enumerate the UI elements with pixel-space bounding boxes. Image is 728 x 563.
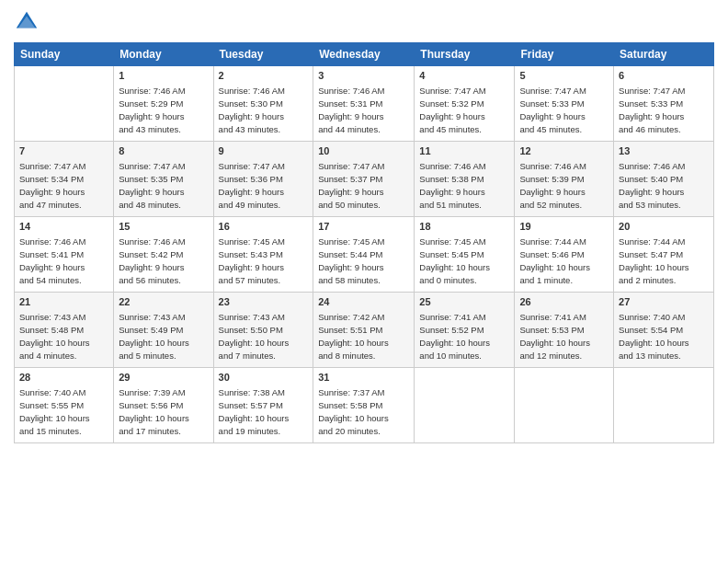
day-cell: 5Sunrise: 7:47 AMSunset: 5:33 PMDaylight… <box>515 66 614 142</box>
day-cell: 22Sunrise: 7:43 AMSunset: 5:49 PMDayligh… <box>114 293 213 368</box>
day-info: Sunrise: 7:47 AMSunset: 5:32 PMDaylight:… <box>419 86 485 134</box>
day-info: Sunrise: 7:41 AMSunset: 5:53 PMDaylight:… <box>519 312 590 361</box>
logo-icon <box>14 9 40 35</box>
day-number: 24 <box>318 295 409 309</box>
day-number: 18 <box>419 220 509 234</box>
week-row-4: 21Sunrise: 7:43 AMSunset: 5:48 PMDayligh… <box>15 293 714 368</box>
day-info: Sunrise: 7:47 AMSunset: 5:36 PMDaylight:… <box>219 161 285 210</box>
day-info: Sunrise: 7:47 AMSunset: 5:33 PMDaylight:… <box>619 86 685 134</box>
day-cell: 7Sunrise: 7:47 AMSunset: 5:34 PMDaylight… <box>15 142 114 217</box>
day-cell: 28Sunrise: 7:40 AMSunset: 5:55 PMDayligh… <box>15 368 114 443</box>
day-cell <box>614 368 714 443</box>
day-number: 6 <box>619 69 709 83</box>
day-cell: 8Sunrise: 7:47 AMSunset: 5:35 PMDaylight… <box>114 142 213 217</box>
day-info: Sunrise: 7:38 AMSunset: 5:57 PMDaylight:… <box>219 387 290 436</box>
day-info: Sunrise: 7:47 AMSunset: 5:37 PMDaylight:… <box>318 161 384 210</box>
day-info: Sunrise: 7:47 AMSunset: 5:35 PMDaylight:… <box>119 161 185 210</box>
col-header-saturday: Saturday <box>614 43 714 66</box>
col-header-thursday: Thursday <box>415 43 515 66</box>
day-number: 31 <box>318 371 409 385</box>
day-info: Sunrise: 7:42 AMSunset: 5:51 PMDaylight:… <box>318 312 389 361</box>
day-info: Sunrise: 7:46 AMSunset: 5:40 PMDaylight:… <box>619 161 685 210</box>
day-number: 17 <box>318 220 409 234</box>
day-number: 19 <box>519 220 609 234</box>
day-info: Sunrise: 7:46 AMSunset: 5:41 PMDaylight:… <box>19 236 85 285</box>
day-cell: 18Sunrise: 7:45 AMSunset: 5:45 PMDayligh… <box>415 217 515 293</box>
day-info: Sunrise: 7:46 AMSunset: 5:30 PMDaylight:… <box>219 86 285 134</box>
day-cell: 13Sunrise: 7:46 AMSunset: 5:40 PMDayligh… <box>614 142 714 217</box>
day-cell <box>15 66 114 142</box>
day-cell: 1Sunrise: 7:46 AMSunset: 5:29 PMDaylight… <box>114 66 213 142</box>
day-info: Sunrise: 7:46 AMSunset: 5:38 PMDaylight:… <box>419 161 485 210</box>
day-number: 28 <box>19 371 108 385</box>
col-header-monday: Monday <box>114 43 213 66</box>
day-info: Sunrise: 7:46 AMSunset: 5:31 PMDaylight:… <box>318 86 384 134</box>
day-cell <box>515 368 614 443</box>
day-number: 2 <box>219 69 309 83</box>
day-number: 5 <box>519 69 609 83</box>
day-number: 15 <box>119 220 208 234</box>
day-cell: 9Sunrise: 7:47 AMSunset: 5:36 PMDaylight… <box>213 142 313 217</box>
header <box>14 9 714 35</box>
day-number: 11 <box>419 144 509 158</box>
col-header-wednesday: Wednesday <box>313 43 415 66</box>
day-cell: 17Sunrise: 7:45 AMSunset: 5:44 PMDayligh… <box>313 217 415 293</box>
week-row-3: 14Sunrise: 7:46 AMSunset: 5:41 PMDayligh… <box>15 217 714 293</box>
day-info: Sunrise: 7:41 AMSunset: 5:52 PMDaylight:… <box>419 312 490 361</box>
day-info: Sunrise: 7:46 AMSunset: 5:29 PMDaylight:… <box>119 86 185 134</box>
day-number: 1 <box>119 69 208 83</box>
day-number: 27 <box>619 295 709 309</box>
day-number: 3 <box>318 69 409 83</box>
day-info: Sunrise: 7:44 AMSunset: 5:47 PMDaylight:… <box>619 236 689 285</box>
day-info: Sunrise: 7:47 AMSunset: 5:33 PMDaylight:… <box>519 86 586 134</box>
day-cell <box>415 368 515 443</box>
day-cell: 27Sunrise: 7:40 AMSunset: 5:54 PMDayligh… <box>614 293 714 368</box>
day-cell: 3Sunrise: 7:46 AMSunset: 5:31 PMDaylight… <box>313 66 415 142</box>
day-number: 12 <box>519 144 609 158</box>
day-cell: 25Sunrise: 7:41 AMSunset: 5:52 PMDayligh… <box>415 293 515 368</box>
day-info: Sunrise: 7:39 AMSunset: 5:56 PMDaylight:… <box>119 387 189 436</box>
day-cell: 30Sunrise: 7:38 AMSunset: 5:57 PMDayligh… <box>213 368 313 443</box>
day-cell: 6Sunrise: 7:47 AMSunset: 5:33 PMDaylight… <box>614 66 714 142</box>
day-number: 29 <box>119 371 208 385</box>
day-info: Sunrise: 7:46 AMSunset: 5:39 PMDaylight:… <box>519 161 586 210</box>
day-cell: 19Sunrise: 7:44 AMSunset: 5:46 PMDayligh… <box>515 217 614 293</box>
day-number: 8 <box>119 144 208 158</box>
day-number: 16 <box>219 220 309 234</box>
day-number: 26 <box>519 295 609 309</box>
week-row-5: 28Sunrise: 7:40 AMSunset: 5:55 PMDayligh… <box>15 368 714 443</box>
day-cell: 4Sunrise: 7:47 AMSunset: 5:32 PMDaylight… <box>415 66 515 142</box>
day-number: 23 <box>219 295 309 309</box>
calendar-table: SundayMondayTuesdayWednesdayThursdayFrid… <box>14 42 714 443</box>
day-info: Sunrise: 7:40 AMSunset: 5:55 PMDaylight:… <box>19 387 90 436</box>
day-number: 21 <box>19 295 108 309</box>
col-header-friday: Friday <box>515 43 614 66</box>
day-info: Sunrise: 7:43 AMSunset: 5:49 PMDaylight:… <box>119 312 189 361</box>
day-info: Sunrise: 7:44 AMSunset: 5:46 PMDaylight:… <box>519 236 590 285</box>
day-cell: 23Sunrise: 7:43 AMSunset: 5:50 PMDayligh… <box>213 293 313 368</box>
day-cell: 24Sunrise: 7:42 AMSunset: 5:51 PMDayligh… <box>313 293 415 368</box>
week-row-1: 1Sunrise: 7:46 AMSunset: 5:29 PMDaylight… <box>15 66 714 142</box>
day-info: Sunrise: 7:37 AMSunset: 5:58 PMDaylight:… <box>318 387 389 436</box>
day-info: Sunrise: 7:40 AMSunset: 5:54 PMDaylight:… <box>619 312 689 361</box>
day-info: Sunrise: 7:45 AMSunset: 5:45 PMDaylight:… <box>419 236 490 285</box>
page: SundayMondayTuesdayWednesdayThursdayFrid… <box>0 0 728 563</box>
day-number: 25 <box>419 295 509 309</box>
day-info: Sunrise: 7:46 AMSunset: 5:42 PMDaylight:… <box>119 236 185 285</box>
day-number: 14 <box>19 220 108 234</box>
col-header-sunday: Sunday <box>15 43 114 66</box>
day-cell: 21Sunrise: 7:43 AMSunset: 5:48 PMDayligh… <box>15 293 114 368</box>
day-cell: 26Sunrise: 7:41 AMSunset: 5:53 PMDayligh… <box>515 293 614 368</box>
day-info: Sunrise: 7:43 AMSunset: 5:50 PMDaylight:… <box>219 312 290 361</box>
day-number: 7 <box>19 144 108 158</box>
day-info: Sunrise: 7:45 AMSunset: 5:43 PMDaylight:… <box>219 236 285 285</box>
day-info: Sunrise: 7:43 AMSunset: 5:48 PMDaylight:… <box>19 312 90 361</box>
header-row: SundayMondayTuesdayWednesdayThursdayFrid… <box>15 43 714 66</box>
day-cell: 11Sunrise: 7:46 AMSunset: 5:38 PMDayligh… <box>415 142 515 217</box>
day-cell: 20Sunrise: 7:44 AMSunset: 5:47 PMDayligh… <box>614 217 714 293</box>
day-info: Sunrise: 7:45 AMSunset: 5:44 PMDaylight:… <box>318 236 384 285</box>
day-number: 10 <box>318 144 409 158</box>
day-cell: 31Sunrise: 7:37 AMSunset: 5:58 PMDayligh… <box>313 368 415 443</box>
day-cell: 2Sunrise: 7:46 AMSunset: 5:30 PMDaylight… <box>213 66 313 142</box>
day-number: 22 <box>119 295 208 309</box>
